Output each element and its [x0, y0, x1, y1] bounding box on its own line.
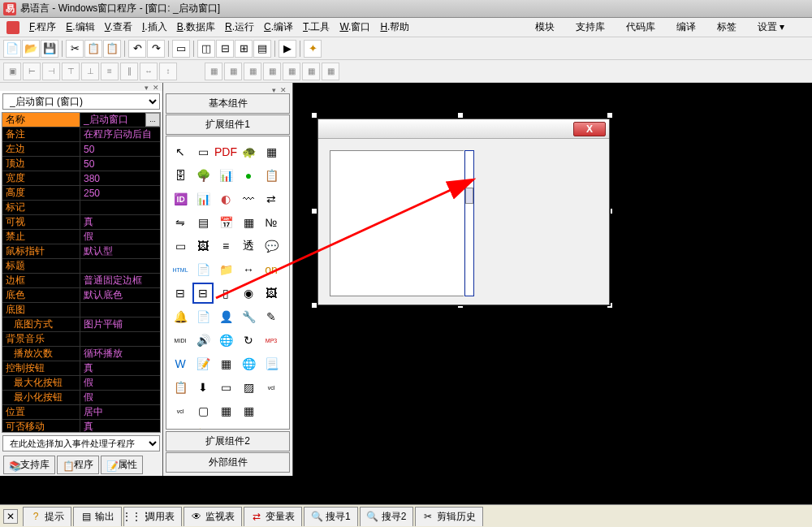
pie-icon[interactable]: ◐	[215, 188, 236, 210]
prop-ellipsis-button[interactable]: ...	[145, 113, 160, 127]
menu-right-0[interactable]: 模块	[530, 19, 559, 36]
grid3-button[interactable]: ▦	[244, 63, 261, 80]
star-button[interactable]: ✦	[304, 40, 322, 58]
prop-row[interactable]: 边框普通固定边框	[2, 274, 160, 288]
menu-right-1[interactable]: 支持库	[571, 19, 610, 36]
wave-icon[interactable]: 〰	[238, 188, 259, 210]
tab-support-library[interactable]: 📚支持库	[3, 456, 55, 474]
run-button[interactable]: ▶	[279, 40, 296, 58]
picture-icon[interactable]: 🖼	[261, 283, 282, 304]
tbl-icon[interactable]: ▦	[215, 353, 236, 374]
bottom-tab-5[interactable]: 🔍搜寻1	[304, 507, 358, 526]
blank2-icon[interactable]	[238, 424, 259, 430]
prop-value[interactable]	[80, 201, 160, 214]
property-grid[interactable]: 名称_启动窗口...备注在程序启动后自左边50顶边50宽度380高度250标记可…	[2, 112, 161, 433]
bottom-tab-4[interactable]: ⇄变量表	[244, 507, 302, 526]
panel-close-icon[interactable]: ✕	[153, 84, 159, 90]
slider-h-icon[interactable]: ⊟	[170, 283, 191, 304]
prop-row[interactable]: 控制按钮真	[2, 361, 160, 376]
bottom-tab-6[interactable]: 🔍搜寻2	[360, 507, 414, 526]
align2-button[interactable]: ⊢	[23, 63, 41, 80]
prop-row[interactable]: 鼠标指针默认型	[2, 244, 160, 259]
midi-icon[interactable]: MIDI	[170, 330, 191, 351]
chat-icon[interactable]: 💬	[261, 235, 282, 257]
align4-button[interactable]: ⊤	[62, 63, 80, 80]
word-icon[interactable]: W	[170, 353, 191, 374]
num-icon[interactable]: №	[261, 212, 282, 233]
prop-row[interactable]: 顶边50	[2, 157, 160, 171]
align6-button[interactable]: ≡	[101, 63, 119, 80]
doc-icon[interactable]: 📄	[192, 259, 214, 280]
pdf-icon[interactable]: PDF	[215, 141, 236, 162]
grid6-button[interactable]: ▦	[302, 63, 320, 80]
prop-value[interactable]: 真	[80, 420, 160, 433]
panel-icon[interactable]: ▭	[170, 235, 191, 257]
copy-button[interactable]: 📋	[84, 40, 102, 58]
prop-row[interactable]: 背景音乐	[2, 332, 160, 347]
prop-row[interactable]: 备注在程序启动后自	[2, 127, 160, 142]
cursor-icon[interactable]: ↖	[170, 141, 191, 162]
tou-icon[interactable]: 透	[238, 235, 259, 257]
bottom-tab-1[interactable]: ▤输出	[73, 507, 122, 526]
redo-button[interactable]: ↷	[147, 40, 165, 58]
grid2-button[interactable]: ▦	[224, 63, 242, 80]
prop-value[interactable]: 380	[80, 171, 160, 185]
section-ext1[interactable]: 扩展组件1	[166, 114, 290, 135]
grid2-icon[interactable]: ▦	[238, 212, 259, 233]
align8-button[interactable]: ↔	[140, 63, 158, 80]
table2-icon[interactable]: ▦	[215, 400, 236, 421]
slider-thumb[interactable]	[465, 188, 473, 204]
folder-icon[interactable]: 📁	[215, 259, 236, 280]
grid5-button[interactable]: ▦	[283, 63, 300, 80]
globe-icon[interactable]: 🌐	[215, 330, 236, 351]
menu-right-2[interactable]: 代码库	[621, 19, 660, 36]
menu-right-3[interactable]: 编译	[672, 19, 701, 36]
menu-w[interactable]: W.窗口	[335, 19, 375, 34]
prop-value[interactable]: 普通固定边框	[80, 274, 160, 287]
on-icon[interactable]: on	[261, 259, 282, 280]
menu-f[interactable]: F.程序	[24, 19, 61, 34]
grid4-button[interactable]: ▦	[263, 63, 281, 80]
resize-handle[interactable]	[311, 112, 317, 119]
note-icon[interactable]: 📋	[261, 165, 282, 186]
prop-value[interactable]: 图片平铺	[80, 317, 160, 331]
slider-icon[interactable]: ⊟	[192, 283, 214, 304]
menu-t[interactable]: T.工具	[298, 19, 335, 34]
menu-e[interactable]: E.编辑	[61, 19, 99, 34]
ruler-icon[interactable]: 📏	[192, 424, 214, 430]
prop-row[interactable]: 底色默认底色	[2, 288, 160, 303]
prop-value[interactable]: _启动窗口	[80, 113, 145, 127]
prop-row[interactable]: 播放次数循环播放	[2, 347, 160, 361]
prop-row[interactable]: 标题	[2, 259, 160, 274]
prop-value[interactable]	[80, 332, 160, 346]
slider-control[interactable]	[464, 150, 474, 296]
form-panel-control[interactable]	[330, 150, 464, 296]
section-ext2[interactable]: 扩展组件2	[166, 431, 290, 451]
resize-handle[interactable]	[607, 112, 613, 119]
menu-right-4[interactable]: 标签	[712, 19, 741, 36]
person-icon[interactable]: 👤	[215, 306, 236, 327]
tree-icon[interactable]: 🌳	[192, 165, 214, 186]
form-close-button[interactable]: X	[573, 122, 606, 136]
db-icon[interactable]: 🗄	[170, 165, 191, 186]
prop-value[interactable]: 循环播放	[80, 347, 160, 361]
open-button[interactable]: 📂	[22, 40, 40, 58]
prop-row[interactable]: 最小化按钮假	[2, 391, 160, 405]
layout1-button[interactable]: ◫	[197, 40, 215, 58]
down-icon[interactable]: ⬇	[192, 377, 214, 398]
list2-icon[interactable]: ≡	[261, 424, 282, 430]
vcl-icon[interactable]: vcl	[261, 377, 282, 398]
prop-row[interactable]: 可否移动真	[2, 420, 160, 433]
tab-program[interactable]: 📋程序	[57, 456, 99, 474]
event-selector[interactable]: 在此处选择加入事件处理子程序	[2, 435, 160, 451]
paste-button[interactable]: 📋	[103, 40, 121, 58]
cut-button[interactable]: ✂	[66, 40, 84, 58]
form-designer[interactable]: X	[293, 83, 812, 476]
prop-row[interactable]: 左边50	[2, 142, 160, 157]
prop-value[interactable]: 250	[80, 186, 160, 200]
align7-button[interactable]: ‖	[120, 63, 138, 80]
bars-icon[interactable]: ≡	[215, 235, 236, 257]
prop-value[interactable]: 假	[80, 391, 160, 404]
menu-r[interactable]: R.运行	[220, 19, 259, 34]
prop-row[interactable]: 最大化按钮假	[2, 376, 160, 391]
